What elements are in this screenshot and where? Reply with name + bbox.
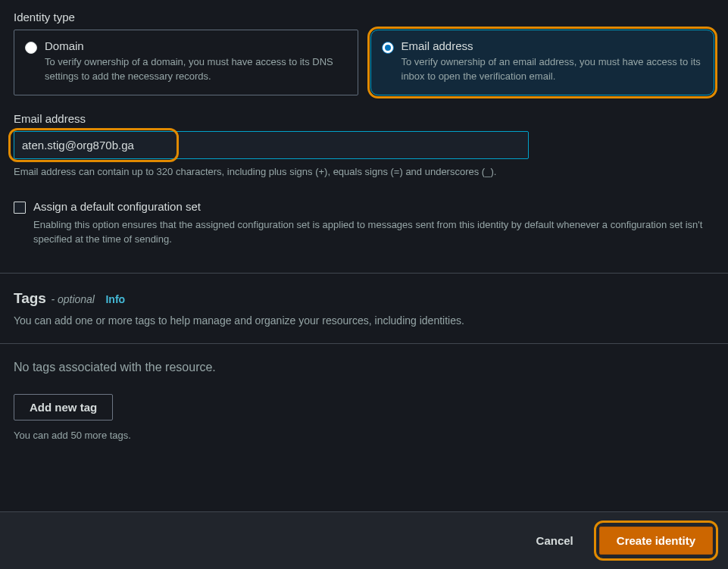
identity-type-label: Identity type <box>14 11 714 23</box>
radio-circle-icon <box>382 42 394 54</box>
footer-bar: Cancel Create identity <box>0 511 728 569</box>
radio-card-domain[interactable]: Domain To verify ownership of a domain, … <box>14 30 358 95</box>
create-identity-button[interactable]: Create identity <box>599 527 713 555</box>
radio-card-email[interactable]: Email address To verify ownership of an … <box>370 30 715 95</box>
radio-circle-icon <box>25 42 37 54</box>
config-set-checkbox[interactable] <box>14 202 26 214</box>
config-set-title: Assign a default configuration set <box>33 200 714 213</box>
tag-limit-text: You can add 50 more tags. <box>14 430 714 441</box>
section-divider <box>0 343 728 344</box>
email-helper-text: Email address can contain up to 320 char… <box>14 165 714 179</box>
radio-title-email: Email address <box>401 39 704 52</box>
email-address-input[interactable] <box>14 131 529 159</box>
tags-subheading: You can add one or more tags to help man… <box>14 314 714 327</box>
identity-type-radio-group: Domain To verify ownership of a domain, … <box>14 30 714 95</box>
tags-optional-text: - optional <box>51 293 95 305</box>
config-set-desc: Enabling this option ensures that the as… <box>33 217 714 247</box>
tags-info-link[interactable]: Info <box>105 293 125 305</box>
tags-heading: Tags <box>14 290 46 306</box>
radio-desc-domain: To verify ownership of a domain, you mus… <box>45 55 347 84</box>
cancel-button[interactable]: Cancel <box>526 528 584 553</box>
no-tags-text: No tags associated with the resource. <box>14 361 714 374</box>
radio-desc-email: To verify ownership of an email address,… <box>401 55 704 84</box>
radio-title-domain: Domain <box>45 39 347 52</box>
add-new-tag-button[interactable]: Add new tag <box>14 394 113 420</box>
email-address-label: Email address <box>14 112 714 125</box>
